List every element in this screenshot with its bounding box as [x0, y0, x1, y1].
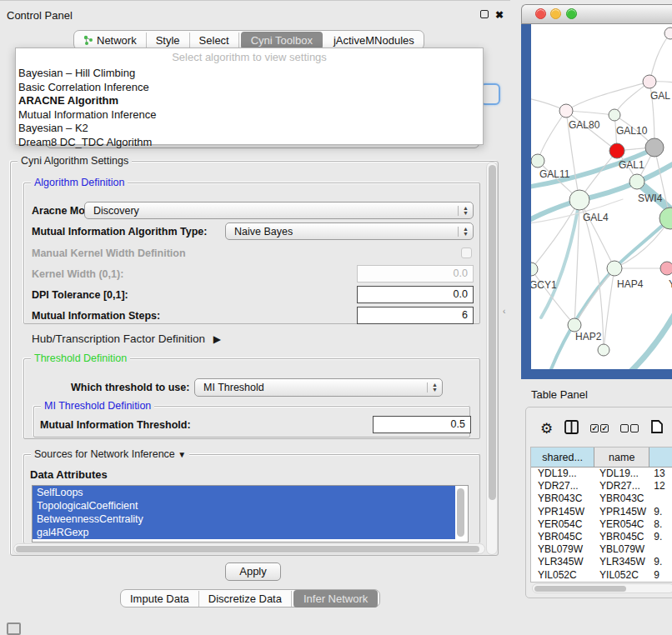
- gear-icon[interactable]: ⚙: [540, 420, 553, 438]
- table-hscrollbar-track[interactable]: [532, 583, 672, 593]
- table-cell: YIL052C: [531, 569, 594, 582]
- algorithm-option[interactable]: ARACNE Algorithm: [16, 94, 483, 108]
- table-row[interactable]: YBL079WYBL079W: [531, 543, 672, 556]
- tab-select[interactable]: Select: [190, 32, 239, 48]
- network-node[interactable]: [531, 154, 544, 168]
- tab-network-label: Network: [97, 34, 137, 47]
- manual-kernel-checkbox[interactable]: [461, 248, 472, 258]
- algorithm-option[interactable]: Basic Correlation Inference: [16, 81, 483, 95]
- table-panel-title: Table Panel: [531, 388, 588, 401]
- network-node[interactable]: [607, 261, 622, 276]
- column-header-partial[interactable]: [649, 448, 672, 467]
- network-edge[interactable]: [626, 299, 672, 369]
- column-header-name[interactable]: name: [594, 448, 649, 467]
- which-threshold-combo[interactable]: MI Threshold ▲▼: [194, 378, 443, 397]
- tab-impute-data[interactable]: Impute Data: [121, 591, 199, 607]
- algorithm-option[interactable]: Mutual Information Inference: [16, 108, 483, 122]
- manual-kernel-label: Manual Kernel Width Definition: [32, 248, 186, 259]
- tab-style[interactable]: Style: [147, 32, 190, 48]
- tab-discretize-data[interactable]: Discretize Data: [199, 591, 292, 607]
- network-node[interactable]: [568, 318, 581, 332]
- tab-jactivemnodules[interactable]: jActiveMNodules: [324, 32, 424, 48]
- settings-vscrollbar-thumb[interactable]: [489, 165, 496, 500]
- settings-vscrollbar-track[interactable]: [486, 162, 498, 555]
- hub-definition-toggle[interactable]: Hub/Transcription Factor Definition ▶: [32, 332, 221, 345]
- table-toolbar: ⚙ ✓✓: [540, 419, 664, 438]
- network-node[interactable]: [598, 344, 609, 356]
- network-edge[interactable]: [649, 33, 670, 82]
- algorithm-option[interactable]: Dream8 DC_TDC Algorithm: [16, 136, 483, 150]
- algorithm-option[interactable]: Bayesian – Hill Climbing: [16, 67, 483, 81]
- table-row[interactable]: YBR043CYBR043C: [531, 492, 672, 505]
- table-cell: YBL079W: [531, 543, 594, 556]
- node-label: GAL80: [569, 119, 600, 131]
- network-edge[interactable]: [566, 82, 649, 111]
- network-node[interactable]: [531, 262, 538, 276]
- close-panel-icon[interactable]: ✖: [494, 10, 504, 20]
- network-edge[interactable]: [579, 200, 614, 268]
- table-cell: [649, 543, 672, 556]
- network-node[interactable]: [664, 28, 672, 39]
- maximize-window-icon[interactable]: [566, 8, 577, 19]
- splitter-collapse-arrow[interactable]: ‹: [503, 307, 505, 316]
- network-node[interactable]: [645, 138, 664, 157]
- column-header-shared[interactable]: shared...: [531, 448, 594, 467]
- attributes-list-scrollbar[interactable]: [457, 488, 464, 537]
- network-node[interactable]: [609, 109, 620, 121]
- settings-hscrollbar-thumb[interactable]: [16, 546, 479, 552]
- table-cell: YBR043C: [594, 492, 649, 505]
- float-panel-icon[interactable]: [480, 10, 489, 18]
- algorithm-option[interactable]: Bayesian – K2: [16, 122, 483, 136]
- minimize-window-icon[interactable]: [550, 8, 561, 19]
- network-node[interactable]: [629, 174, 644, 189]
- mi-type-combo[interactable]: Naive Bayes ▲▼: [225, 222, 474, 240]
- table-row[interactable]: YLR345WYLR345W9.: [531, 556, 672, 568]
- table-cell: 9.: [649, 506, 672, 518]
- table-row[interactable]: YPR145WYPR145W9.: [531, 506, 672, 518]
- new-table-icon[interactable]: [650, 419, 664, 438]
- network-node[interactable]: [643, 75, 656, 88]
- table-row[interactable]: YDL19...YDL19...13: [531, 468, 672, 480]
- table-row[interactable]: YER054CYER054C8.: [531, 518, 672, 531]
- list-item[interactable]: TopologicalCoefficient: [33, 499, 455, 512]
- deselect-all-checks-icon[interactable]: [620, 424, 639, 432]
- apply-button[interactable]: Apply: [225, 562, 281, 581]
- network-node[interactable]: [569, 190, 589, 210]
- settings-hscrollbar-track[interactable]: [13, 543, 485, 554]
- network-edge[interactable]: [566, 111, 614, 115]
- table-hscrollbar-thumb[interactable]: [534, 586, 626, 592]
- dpi-tolerance-field[interactable]: 0.0: [357, 286, 474, 303]
- list-item[interactable]: gal4RGexp: [33, 526, 455, 539]
- table-cell: YBR045C: [594, 531, 649, 543]
- stepper-arrows-icon: ▲▼: [458, 227, 473, 237]
- network-node[interactable]: [660, 262, 672, 275]
- tab-network[interactable]: Network: [74, 32, 147, 48]
- network-node[interactable]: [559, 104, 573, 118]
- sources-title[interactable]: Sources for Network Inference ▼: [31, 448, 189, 460]
- tab-cyni-toolbox[interactable]: Cyni Toolbox: [241, 32, 323, 49]
- network-node[interactable]: [609, 143, 624, 158]
- table-cell: YBR045C: [531, 531, 594, 543]
- kernel-width-field[interactable]: 0.0: [357, 265, 474, 282]
- table-cell: YLR345W: [594, 556, 649, 568]
- network-canvas[interactable]: GALGAL80GAL10GAL1GAL11SWI4GAL4GCY1HAP4YH…: [531, 24, 672, 369]
- mi-steps-field[interactable]: 6: [357, 307, 474, 324]
- tab-infer-network[interactable]: Infer Network: [293, 590, 378, 608]
- close-window-icon[interactable]: [535, 8, 546, 19]
- mi-threshold-field[interactable]: 0.5: [373, 416, 471, 433]
- mi-type-label: Mutual Information Algorithm Type:: [32, 226, 207, 238]
- network-window-frame: GALGAL80GAL10GAL1GAL11SWI4GAL4GCY1HAP4YH…: [521, 24, 672, 379]
- table-cell: YLR345W: [531, 556, 594, 568]
- list-item[interactable]: SelfLoops: [33, 486, 455, 499]
- table-row[interactable]: YBR045CYBR045C9.: [531, 531, 672, 543]
- aracne-mode-combo[interactable]: Discovery ▲▼: [84, 202, 474, 219]
- select-all-checks-icon[interactable]: ✓✓: [590, 424, 609, 432]
- kernel-width-label: Kernel Width (0,1):: [32, 268, 123, 280]
- algorithm-dropdown-list: Select algorithm to view settings Bayesi…: [15, 48, 484, 145]
- column-view-icon[interactable]: [564, 420, 579, 438]
- table-row[interactable]: YDR27...YDR27...12: [531, 480, 672, 492]
- minimized-panel-icon[interactable]: [7, 622, 21, 635]
- table-row[interactable]: YIL052CYIL052C9: [531, 569, 672, 582]
- network-edge[interactable]: [538, 111, 566, 161]
- list-item[interactable]: BetweennessCentrality: [33, 512, 455, 526]
